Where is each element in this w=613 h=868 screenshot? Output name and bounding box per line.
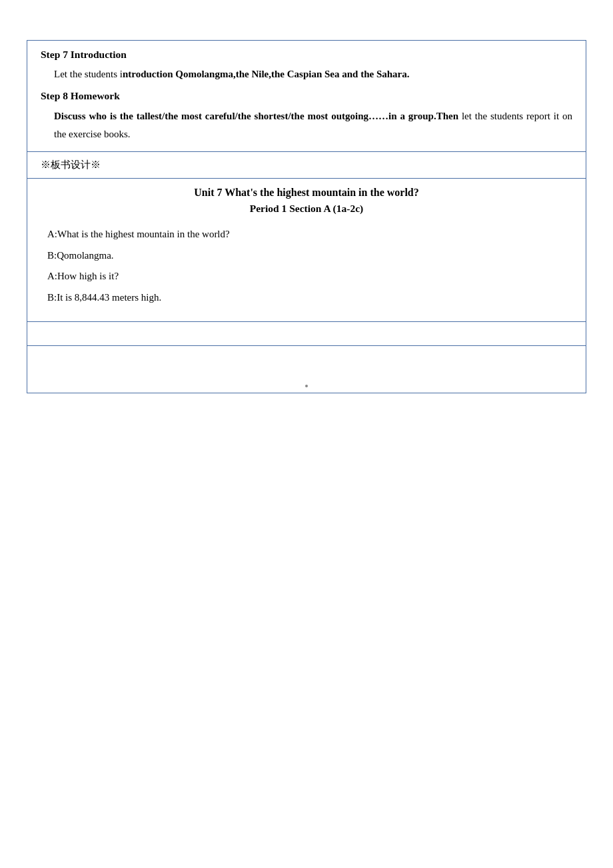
step7-intro-bold: ntroduction Qomolangma,the Nile,the Casp… — [123, 69, 410, 79]
dialogue-line-4: B:It is 8,844.43 meters high. — [41, 287, 572, 309]
top-section: Step 7 Introduction Let the students int… — [27, 41, 586, 152]
board-label-section: ※板书设计※ — [27, 152, 586, 179]
dialogue-line-3: A:How high is it? — [41, 266, 572, 287]
step7-heading: Step 7 Introduction — [41, 49, 572, 61]
homework-bold: Discuss who is the tallest/the most care… — [54, 111, 436, 121]
blackboard-title: Unit 7 What's the highest mountain in th… — [41, 187, 572, 199]
blackboard-subtitle: Period 1 Section A (1a-2c) — [41, 203, 572, 215]
dialogue-line-2: B:Qomolangma. — [41, 245, 572, 267]
step8-heading: Step 8 Homework — [41, 90, 572, 102]
main-box: Step 7 Introduction Let the students int… — [27, 40, 586, 393]
board-label: ※板书设计※ — [41, 159, 101, 170]
step8-homework: Discuss who is the tallest/the most care… — [41, 107, 572, 143]
dialogue-line-1: A:What is the highest mountain in the wo… — [41, 224, 572, 245]
empty-row-1 — [27, 322, 586, 346]
center-dot — [305, 385, 308, 387]
step7-intro: Let the students introduction Qomolangma… — [41, 66, 572, 82]
empty-row-2 — [27, 346, 586, 393]
page-container: Step 7 Introduction Let the students int… — [0, 0, 613, 868]
blackboard-section: Unit 7 What's the highest mountain in th… — [27, 179, 586, 322]
homework-then: Then — [436, 111, 458, 121]
